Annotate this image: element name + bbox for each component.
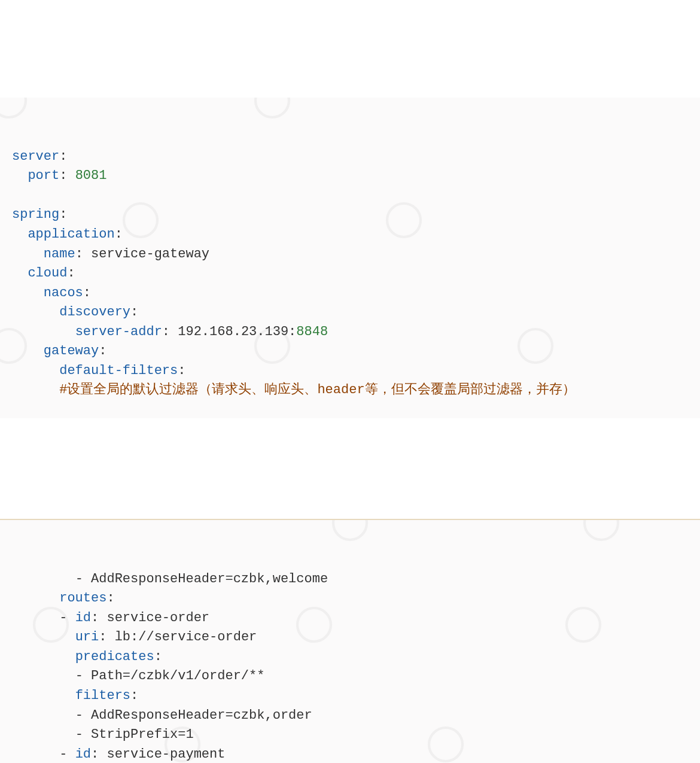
yaml-key-uri: uri	[75, 630, 99, 645]
yaml-key-routes: routes	[59, 591, 106, 606]
svg-point-0	[0, 98, 26, 117]
svg-point-4	[0, 329, 26, 363]
svg-point-13	[429, 728, 462, 761]
svg-point-10	[297, 608, 331, 642]
yaml-item-predicate: - Path=/czbk/v1/order/**	[75, 668, 265, 683]
code-block-top: server: port: 8081 spring: application: …	[0, 98, 700, 418]
yaml-key-nacos: nacos	[44, 285, 83, 300]
yaml-key-server: server	[12, 149, 59, 164]
svg-point-11	[567, 608, 600, 642]
yaml-value-id: service-payment	[106, 747, 225, 762]
yaml-key-default-filters: default-filters	[59, 363, 178, 378]
svg-point-7	[333, 519, 367, 540]
yaml-key-port: port	[28, 168, 59, 183]
yaml-value-name: service-gateway	[91, 247, 209, 262]
yaml-key-discovery: discovery	[59, 305, 130, 320]
yaml-key-gateway: gateway	[44, 343, 99, 358]
yaml-key-cloud: cloud	[28, 266, 67, 281]
yaml-value-server-addr: 192.168.23.139:	[178, 324, 296, 339]
yaml-key-id: id	[75, 610, 91, 625]
yaml-value-uri: lb://service-order	[115, 630, 257, 645]
yaml-dash: -	[59, 610, 75, 625]
code-block-bottom: - AddResponseHeader=czbk,welcome routes:…	[0, 519, 700, 763]
svg-point-3	[387, 203, 421, 237]
svg-point-2	[124, 203, 157, 237]
yaml-key-server-addr: server-addr	[75, 324, 162, 339]
yaml-key-id: id	[75, 747, 91, 762]
yaml-item-filter: - StripPrefix=1	[75, 727, 194, 742]
yaml-key-predicates: predicates	[75, 649, 154, 664]
yaml-value-server-addr-port: 8848	[296, 324, 328, 339]
yaml-key-name: name	[44, 247, 75, 262]
yaml-dash: -	[59, 747, 75, 762]
yaml-item-default-filter: - AddResponseHeader=czbk,welcome	[75, 572, 328, 586]
yaml-key-filters: filters	[75, 688, 130, 703]
yaml-comment: #设置全局的默认过滤器（请求头、响应头、header等，但不会覆盖局部过滤器，并…	[59, 382, 575, 397]
svg-point-6	[519, 329, 552, 363]
yaml-key-spring: spring	[12, 207, 59, 222]
svg-point-1	[255, 98, 289, 117]
yaml-item-filter: - AddResponseHeader=czbk,order	[75, 708, 312, 723]
yaml-key-application: application	[28, 227, 114, 242]
yaml-value-port: 8081	[75, 168, 107, 183]
svg-point-8	[585, 519, 618, 540]
yaml-value-id: service-order	[106, 610, 209, 625]
